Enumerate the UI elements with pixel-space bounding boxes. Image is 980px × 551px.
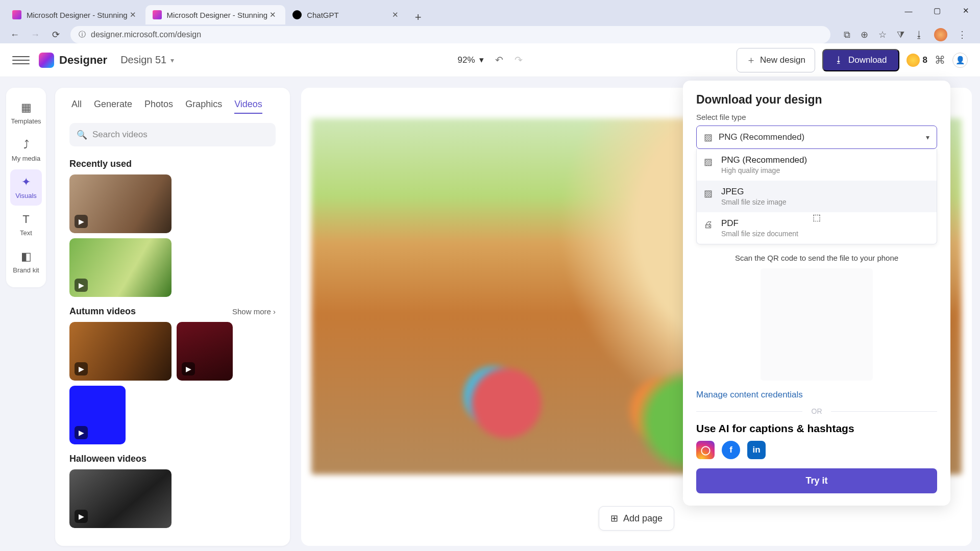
rail-brandkit[interactable]: ◧Brand kit <box>10 244 42 280</box>
filetype-options: ▨ PNG (Recommended)High quality image ▨ … <box>696 149 937 244</box>
minimize-icon[interactable]: — <box>894 0 923 21</box>
zoom-icon[interactable]: ⊕ <box>861 29 868 40</box>
browser-tab[interactable]: Microsoft Designer - Stunning ✕ <box>5 5 145 24</box>
option-png[interactable]: ▨ PNG (Recommended)High quality image <box>697 149 937 181</box>
new-design-button[interactable]: ＋ New design <box>737 48 815 72</box>
image-icon: ▨ <box>704 187 714 199</box>
video-thumb[interactable]: ▶ <box>177 322 233 381</box>
video-thumb[interactable]: ▶ <box>69 386 126 444</box>
show-more-link[interactable]: Show more › <box>232 307 276 316</box>
panel-scroll[interactable]: Recently used ▶ ▶ Autumn videosShow more… <box>61 155 284 533</box>
video-icon: ▶ <box>75 362 88 375</box>
designer-logo-icon <box>39 53 54 68</box>
rail-visuals[interactable]: ✦Visuals <box>10 169 42 206</box>
filetype-select[interactable]: ▨ PNG (Recommended) ▾ <box>696 126 937 149</box>
rail-label: My media <box>12 155 40 162</box>
visuals-panel: All Generate Photos Graphics Videos 🔍 Se… <box>55 88 290 546</box>
browser-tab[interactable]: Microsoft Designer - Stunning ✕ <box>145 5 286 24</box>
plus-icon: ＋ <box>746 54 756 67</box>
chevron-down-icon[interactable]: ▾ <box>170 56 174 64</box>
selected-value: PNG (Recommended) <box>719 132 804 142</box>
new-tab-button[interactable]: + <box>411 10 425 24</box>
hamburger-icon[interactable] <box>12 52 30 69</box>
video-thumb[interactable]: ▶ <box>69 469 172 528</box>
tab-videos[interactable]: Videos <box>234 99 262 114</box>
add-page-button[interactable]: ⊞ Add page <box>599 506 674 531</box>
section-title: Autumn videos <box>69 306 136 317</box>
image-icon: ▨ <box>704 132 713 143</box>
video-thumb[interactable]: ▶ <box>69 238 172 297</box>
button-label: Download <box>848 55 887 65</box>
project-name[interactable]: Design 51 <box>120 54 166 66</box>
profile-avatar[interactable] <box>934 28 947 41</box>
tab-generate[interactable]: Generate <box>94 99 132 114</box>
brandkit-icon: ◧ <box>21 250 32 263</box>
tab-all[interactable]: All <box>71 99 82 114</box>
qr-code <box>761 268 873 381</box>
favicon-icon <box>153 10 162 19</box>
linkedin-icon[interactable]: in <box>747 441 766 459</box>
user-avatar[interactable]: 👤 <box>952 53 968 68</box>
maximize-icon[interactable]: ▢ <box>923 0 951 21</box>
option-jpeg[interactable]: ▨ JPEGSmall file size image <box>697 181 937 212</box>
install-icon[interactable]: ⧉ <box>844 30 850 40</box>
bookmark-icon[interactable]: ☆ <box>878 29 887 40</box>
browser-chrome: Microsoft Designer - Stunning ✕ Microsof… <box>0 0 980 43</box>
reload-icon[interactable]: ⟳ <box>50 29 61 40</box>
browser-tab[interactable]: ChatGPT ✕ <box>285 5 408 24</box>
redo-icon[interactable]: ↷ <box>514 54 523 66</box>
credits-badge[interactable]: 8 <box>906 54 927 67</box>
manage-credentials-link[interactable]: Manage content credentials <box>696 390 937 400</box>
tab-title: ChatGPT <box>307 11 339 19</box>
back-icon[interactable]: ← <box>9 30 20 40</box>
rail-text[interactable]: TText <box>10 207 42 243</box>
favicon-icon <box>12 10 21 19</box>
section-title: Recently used <box>69 159 132 169</box>
app-bar: Designer Design 51 ▾ 92% ▾ ↶ ↷ ＋ New des… <box>0 43 980 77</box>
forward-icon[interactable]: → <box>30 30 41 40</box>
undo-icon[interactable]: ↶ <box>495 54 503 66</box>
download-button[interactable]: ⭳ Download <box>822 49 899 71</box>
site-info-icon[interactable]: ⓘ <box>79 30 86 39</box>
share-icon[interactable]: ⌘ <box>935 54 945 66</box>
close-tab-icon[interactable]: ✕ <box>128 10 138 19</box>
url-bar: ← → ⟳ ⓘ designer.microsoft.com/design ⧉ … <box>0 24 980 45</box>
video-thumb[interactable]: ▶ <box>69 322 172 381</box>
tab-title: Microsoft Designer - Stunning <box>27 11 128 19</box>
tab-photos[interactable]: Photos <box>144 99 173 114</box>
plus-square-icon: ⊞ <box>610 513 618 524</box>
close-icon[interactable]: ✕ <box>951 0 980 21</box>
tab-graphics[interactable]: Graphics <box>185 99 222 114</box>
video-thumb[interactable]: ▶ <box>69 174 172 233</box>
menu-icon[interactable]: ⋮ <box>958 29 967 40</box>
search-input[interactable]: 🔍 Search videos <box>69 123 276 146</box>
downloads-icon[interactable]: ⭳ <box>915 30 924 40</box>
facebook-icon[interactable]: f <box>722 441 740 459</box>
option-name: PDF <box>721 218 798 229</box>
tab-title: Microsoft Designer - Stunning <box>167 11 268 19</box>
templates-icon: ▦ <box>21 101 32 114</box>
video-icon: ▶ <box>182 362 195 375</box>
popover-title: Download your design <box>696 93 937 107</box>
close-tab-icon[interactable]: ✕ <box>267 10 278 19</box>
option-name: JPEG <box>721 187 787 197</box>
video-icon: ▶ <box>75 510 88 523</box>
chevron-down-icon: ▾ <box>926 133 929 141</box>
instagram-icon[interactable]: ◯ <box>696 441 715 459</box>
try-it-button[interactable]: Try it <box>696 468 937 493</box>
url-actions: ⧉ ⊕ ☆ ⧩ ⭳ ⋮ <box>840 28 971 41</box>
extensions-icon[interactable]: ⧩ <box>897 30 904 40</box>
close-tab-icon[interactable]: ✕ <box>390 10 401 19</box>
visuals-icon: ✦ <box>21 176 31 189</box>
option-pdf[interactable]: 🖨 PDFSmall file size document <box>697 212 937 244</box>
address-input[interactable]: ⓘ designer.microsoft.com/design <box>70 26 830 43</box>
window-controls: — ▢ ✕ <box>894 0 980 21</box>
image-icon: ▨ <box>704 155 714 167</box>
pdf-icon: 🖨 <box>704 218 714 230</box>
download-icon: ⭳ <box>835 55 843 65</box>
rail-mymedia[interactable]: ⤴My media <box>10 132 42 168</box>
credits-count: 8 <box>923 55 927 65</box>
rail-templates[interactable]: ▦Templates <box>10 95 42 131</box>
or-divider: OR <box>696 407 937 415</box>
zoom-dropdown[interactable]: 92% ▾ <box>457 55 483 65</box>
